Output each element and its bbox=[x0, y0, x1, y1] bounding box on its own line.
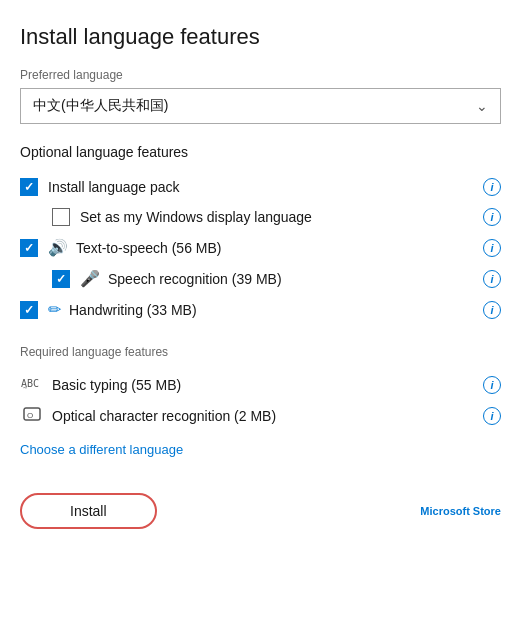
feature-text-to-speech-label: Text-to-speech (56 MB) bbox=[76, 240, 483, 256]
info-icon-tts[interactable]: i bbox=[483, 239, 501, 257]
feature-handwriting-label: Handwriting (33 MB) bbox=[69, 302, 483, 318]
chevron-down-icon: ⌄ bbox=[476, 98, 488, 114]
info-icon-windows-display[interactable]: i bbox=[483, 208, 501, 226]
info-icon-ocr[interactable]: i bbox=[483, 407, 501, 425]
checkbox-speech-recognition[interactable] bbox=[52, 270, 70, 288]
feature-ocr-label: Optical character recognition (2 MB) bbox=[52, 408, 483, 424]
checkbox-text-to-speech[interactable] bbox=[20, 239, 38, 257]
required-section-title: Required language features bbox=[20, 345, 501, 359]
feature-text-to-speech[interactable]: 🔊 Text-to-speech (56 MB) i bbox=[20, 232, 501, 263]
preferred-language-label: Preferred language bbox=[20, 68, 501, 82]
svg-text:~: ~ bbox=[23, 384, 27, 391]
tts-icon: 🔊 bbox=[48, 238, 68, 257]
feature-install-pack-label: Install language pack bbox=[48, 179, 483, 195]
language-dropdown[interactable]: 中文(中华人民共和国) ⌄ bbox=[20, 88, 501, 124]
info-icon-handwriting[interactable]: i bbox=[483, 301, 501, 319]
required-features-list: ABC ~ Basic typing (55 MB) i O Optical c… bbox=[20, 369, 501, 431]
feature-install-pack[interactable]: Install language pack i bbox=[20, 172, 501, 202]
feature-windows-display[interactable]: Set as my Windows display language i bbox=[20, 202, 501, 232]
feature-speech-recognition-label: Speech recognition (39 MB) bbox=[108, 271, 483, 287]
ocr-icon: O bbox=[20, 406, 44, 425]
feature-ocr: O Optical character recognition (2 MB) i bbox=[20, 400, 501, 431]
choose-different-language-link[interactable]: Choose a different language bbox=[20, 442, 183, 457]
selected-language: 中文(中华人民共和国) bbox=[33, 97, 168, 115]
info-icon-install-pack[interactable]: i bbox=[483, 178, 501, 196]
mic-icon: 🎤 bbox=[80, 269, 100, 288]
checkbox-install-pack[interactable] bbox=[20, 178, 38, 196]
info-icon-basic-typing[interactable]: i bbox=[483, 376, 501, 394]
optional-features-list: Install language pack i Set as my Window… bbox=[20, 172, 501, 325]
feature-speech-recognition[interactable]: 🎤 Speech recognition (39 MB) i bbox=[20, 263, 501, 294]
microsoft-store-label: Microsoft Store bbox=[420, 505, 501, 517]
optional-section-title: Optional language features bbox=[20, 144, 501, 160]
abc-icon: ABC ~ bbox=[20, 375, 44, 394]
feature-basic-typing: ABC ~ Basic typing (55 MB) i bbox=[20, 369, 501, 400]
feature-windows-display-label: Set as my Windows display language bbox=[80, 209, 483, 225]
checkbox-windows-display[interactable] bbox=[52, 208, 70, 226]
page-title: Install language features bbox=[20, 24, 501, 50]
pen-icon: ✏ bbox=[48, 300, 61, 319]
bottom-bar: Install Microsoft Store bbox=[20, 493, 501, 529]
checkbox-handwriting[interactable] bbox=[20, 301, 38, 319]
ms-store-logo: Microsoft Store bbox=[420, 505, 501, 517]
install-button[interactable]: Install bbox=[20, 493, 157, 529]
svg-text:O: O bbox=[27, 411, 33, 420]
feature-handwriting[interactable]: ✏ Handwriting (33 MB) i bbox=[20, 294, 501, 325]
feature-basic-typing-label: Basic typing (55 MB) bbox=[52, 377, 483, 393]
info-icon-speech[interactable]: i bbox=[483, 270, 501, 288]
